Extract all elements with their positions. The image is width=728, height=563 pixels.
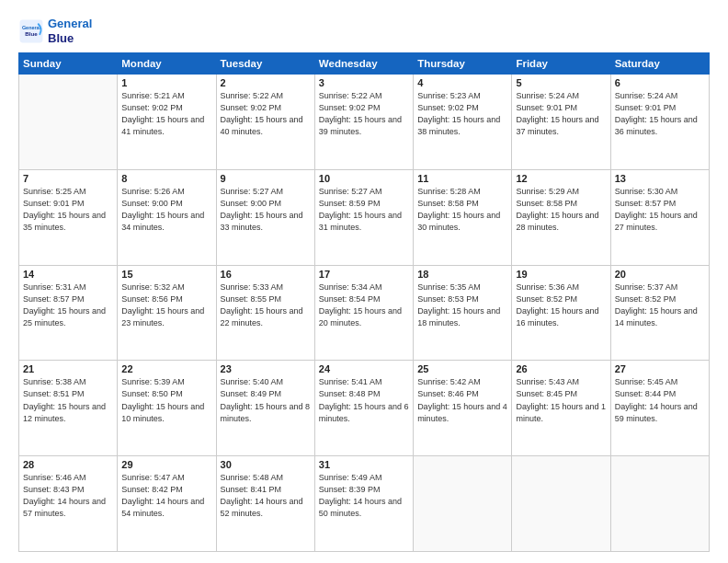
- day-info: Sunrise: 5:36 AM Sunset: 8:52 PM Dayligh…: [516, 282, 606, 329]
- calendar-cell: 15 Sunrise: 5:32 AM Sunset: 8:56 PM Dayl…: [118, 265, 216, 361]
- day-number: 31: [319, 459, 409, 470]
- day-info: Sunrise: 5:39 AM Sunset: 8:50 PM Dayligh…: [121, 376, 211, 424]
- weekday-header-monday: Monday: [118, 53, 216, 75]
- calendar: SundayMondayTuesdayWednesdayThursdayFrid…: [18, 52, 710, 552]
- day-number: 6: [615, 77, 705, 88]
- calendar-cell: 5 Sunrise: 5:24 AM Sunset: 9:01 PM Dayli…: [512, 75, 610, 170]
- day-number: 21: [23, 363, 113, 374]
- day-info: Sunrise: 5:49 AM Sunset: 8:39 PM Dayligh…: [319, 472, 409, 520]
- day-number: 17: [319, 269, 409, 280]
- day-info: Sunrise: 5:34 AM Sunset: 8:54 PM Dayligh…: [319, 282, 409, 329]
- day-number: 12: [516, 173, 606, 184]
- day-number: 18: [417, 269, 507, 280]
- calendar-cell: 19 Sunrise: 5:36 AM Sunset: 8:52 PM Dayl…: [512, 265, 610, 361]
- day-info: Sunrise: 5:33 AM Sunset: 8:55 PM Dayligh…: [221, 282, 311, 329]
- day-info: Sunrise: 5:42 AM Sunset: 8:46 PM Dayligh…: [417, 376, 507, 424]
- calendar-cell: [19, 75, 118, 170]
- calendar-cell: 20 Sunrise: 5:37 AM Sunset: 8:52 PM Dayl…: [610, 265, 709, 361]
- calendar-header-row: SundayMondayTuesdayWednesdayThursdayFrid…: [19, 53, 710, 75]
- calendar-cell: 23 Sunrise: 5:40 AM Sunset: 8:49 PM Dayl…: [216, 361, 314, 456]
- day-number: 4: [417, 77, 507, 88]
- day-number: 16: [221, 269, 311, 280]
- calendar-week-4: 21 Sunrise: 5:38 AM Sunset: 8:51 PM Dayl…: [19, 361, 710, 456]
- calendar-week-1: 1 Sunrise: 5:21 AM Sunset: 9:02 PM Dayli…: [19, 75, 710, 170]
- calendar-week-5: 28 Sunrise: 5:46 AM Sunset: 8:43 PM Dayl…: [19, 456, 710, 552]
- day-info: Sunrise: 5:43 AM Sunset: 8:45 PM Dayligh…: [516, 376, 606, 424]
- calendar-cell: 2 Sunrise: 5:22 AM Sunset: 9:02 PM Dayli…: [216, 75, 314, 170]
- day-number: 29: [121, 459, 211, 470]
- calendar-cell: 28 Sunrise: 5:46 AM Sunset: 8:43 PM Dayl…: [19, 456, 118, 552]
- day-info: Sunrise: 5:35 AM Sunset: 8:53 PM Dayligh…: [417, 282, 507, 329]
- day-info: Sunrise: 5:21 AM Sunset: 9:02 PM Dayligh…: [121, 90, 211, 138]
- day-info: Sunrise: 5:37 AM Sunset: 8:52 PM Dayligh…: [615, 282, 705, 329]
- day-info: Sunrise: 5:23 AM Sunset: 9:02 PM Dayligh…: [417, 90, 507, 138]
- calendar-cell: 14 Sunrise: 5:31 AM Sunset: 8:57 PM Dayl…: [19, 265, 118, 361]
- day-number: 5: [516, 77, 606, 88]
- day-number: 3: [319, 77, 409, 88]
- day-number: 23: [221, 363, 311, 374]
- day-number: 24: [319, 363, 409, 374]
- day-number: 15: [121, 269, 211, 280]
- calendar-cell: 26 Sunrise: 5:43 AM Sunset: 8:45 PM Dayl…: [512, 361, 610, 456]
- page: General Blue General Blue SundayMondayTu…: [0, 0, 728, 563]
- calendar-cell: 24 Sunrise: 5:41 AM Sunset: 8:48 PM Dayl…: [314, 361, 413, 456]
- day-info: Sunrise: 5:47 AM Sunset: 8:42 PM Dayligh…: [121, 472, 211, 520]
- day-number: 22: [121, 363, 211, 374]
- calendar-cell: 22 Sunrise: 5:39 AM Sunset: 8:50 PM Dayl…: [118, 361, 216, 456]
- day-number: 9: [221, 173, 311, 184]
- header: General Blue General Blue: [18, 17, 710, 45]
- calendar-cell: [610, 456, 709, 552]
- calendar-cell: 8 Sunrise: 5:26 AM Sunset: 9:00 PM Dayli…: [118, 169, 216, 265]
- calendar-cell: [414, 456, 512, 552]
- weekday-header-saturday: Saturday: [610, 53, 709, 75]
- calendar-cell: 29 Sunrise: 5:47 AM Sunset: 8:42 PM Dayl…: [118, 456, 216, 552]
- day-info: Sunrise: 5:46 AM Sunset: 8:43 PM Dayligh…: [23, 472, 113, 520]
- calendar-cell: 1 Sunrise: 5:21 AM Sunset: 9:02 PM Dayli…: [118, 75, 216, 170]
- day-number: 19: [516, 269, 606, 280]
- day-number: 28: [23, 459, 113, 470]
- day-number: 10: [319, 173, 409, 184]
- day-number: 25: [417, 363, 507, 374]
- day-number: 13: [615, 173, 705, 184]
- calendar-cell: 10 Sunrise: 5:27 AM Sunset: 8:59 PM Dayl…: [314, 169, 413, 265]
- day-info: Sunrise: 5:22 AM Sunset: 9:02 PM Dayligh…: [221, 90, 311, 138]
- day-info: Sunrise: 5:22 AM Sunset: 9:02 PM Dayligh…: [319, 90, 409, 138]
- day-number: 26: [516, 363, 606, 374]
- calendar-cell: 17 Sunrise: 5:34 AM Sunset: 8:54 PM Dayl…: [314, 265, 413, 361]
- day-info: Sunrise: 5:45 AM Sunset: 8:44 PM Dayligh…: [615, 376, 705, 424]
- day-info: Sunrise: 5:41 AM Sunset: 8:48 PM Dayligh…: [319, 376, 409, 424]
- calendar-cell: 25 Sunrise: 5:42 AM Sunset: 8:46 PM Dayl…: [414, 361, 512, 456]
- calendar-week-3: 14 Sunrise: 5:31 AM Sunset: 8:57 PM Dayl…: [19, 265, 710, 361]
- day-info: Sunrise: 5:28 AM Sunset: 8:58 PM Dayligh…: [417, 186, 507, 234]
- day-info: Sunrise: 5:24 AM Sunset: 9:01 PM Dayligh…: [615, 90, 705, 138]
- day-number: 11: [417, 173, 507, 184]
- calendar-cell: 7 Sunrise: 5:25 AM Sunset: 9:01 PM Dayli…: [19, 169, 118, 265]
- calendar-cell: 6 Sunrise: 5:24 AM Sunset: 9:01 PM Dayli…: [610, 75, 709, 170]
- svg-text:Blue: Blue: [25, 30, 38, 37]
- calendar-week-2: 7 Sunrise: 5:25 AM Sunset: 9:01 PM Dayli…: [19, 169, 710, 265]
- day-info: Sunrise: 5:27 AM Sunset: 9:00 PM Dayligh…: [221, 186, 311, 234]
- day-number: 30: [221, 459, 311, 470]
- calendar-cell: 18 Sunrise: 5:35 AM Sunset: 8:53 PM Dayl…: [414, 265, 512, 361]
- svg-text:General: General: [22, 25, 41, 30]
- calendar-cell: 30 Sunrise: 5:48 AM Sunset: 8:41 PM Dayl…: [216, 456, 314, 552]
- calendar-cell: 31 Sunrise: 5:49 AM Sunset: 8:39 PM Dayl…: [314, 456, 413, 552]
- day-info: Sunrise: 5:25 AM Sunset: 9:01 PM Dayligh…: [23, 186, 113, 234]
- day-info: Sunrise: 5:32 AM Sunset: 8:56 PM Dayligh…: [121, 282, 211, 329]
- calendar-cell: 11 Sunrise: 5:28 AM Sunset: 8:58 PM Dayl…: [414, 169, 512, 265]
- day-number: 27: [615, 363, 705, 374]
- logo: General Blue General Blue: [18, 17, 92, 45]
- logo-icon: General Blue: [18, 18, 44, 44]
- day-number: 8: [121, 173, 211, 184]
- logo-text: General Blue: [48, 17, 92, 45]
- day-info: Sunrise: 5:40 AM Sunset: 8:49 PM Dayligh…: [221, 376, 311, 424]
- weekday-header-wednesday: Wednesday: [314, 53, 413, 75]
- day-number: 20: [615, 269, 705, 280]
- day-info: Sunrise: 5:29 AM Sunset: 8:58 PM Dayligh…: [516, 186, 606, 234]
- weekday-header-sunday: Sunday: [19, 53, 118, 75]
- calendar-cell: 13 Sunrise: 5:30 AM Sunset: 8:57 PM Dayl…: [610, 169, 709, 265]
- day-info: Sunrise: 5:27 AM Sunset: 8:59 PM Dayligh…: [319, 186, 409, 234]
- day-info: Sunrise: 5:38 AM Sunset: 8:51 PM Dayligh…: [23, 376, 113, 424]
- weekday-header-tuesday: Tuesday: [216, 53, 314, 75]
- calendar-cell: 9 Sunrise: 5:27 AM Sunset: 9:00 PM Dayli…: [216, 169, 314, 265]
